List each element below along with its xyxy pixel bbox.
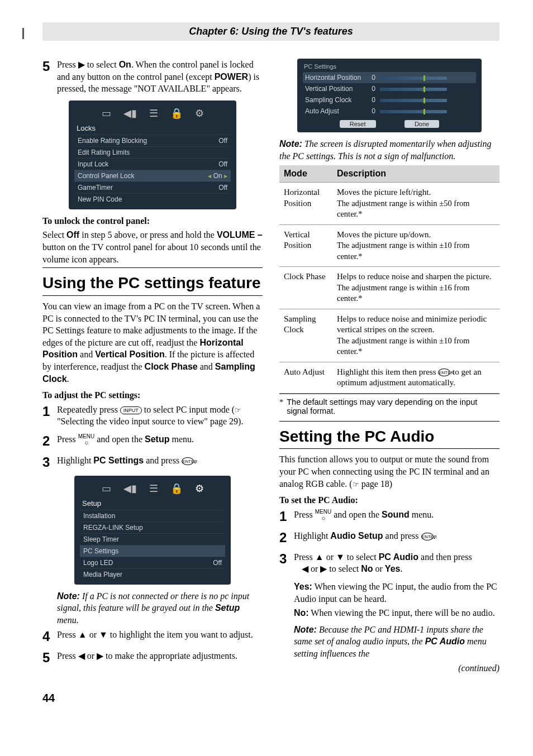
osd-title: PC Settings	[303, 63, 476, 72]
slider-icon	[380, 76, 447, 80]
note-label: Note:	[279, 139, 302, 149]
yes-desc: Yes: When viewing the PC input, the audi…	[294, 581, 499, 605]
text: or	[373, 564, 385, 573]
osd-label: Enable Rating Blocking	[78, 137, 147, 145]
text: When viewing the PC input, there will be…	[309, 608, 495, 618]
table-row: Auto Adjust Highlight this item then pre…	[279, 362, 499, 394]
table-header: Mode	[279, 165, 332, 183]
table-header-row: Mode Description	[279, 165, 499, 183]
enter-key-icon: ENTER	[421, 533, 434, 540]
speaker-icon: ◀▮	[123, 482, 137, 495]
text: Press	[57, 630, 78, 639]
label-power: POWER	[215, 72, 248, 82]
slider-icon	[380, 99, 447, 102]
text: and	[198, 362, 215, 371]
sliders-icon: ☰	[149, 107, 158, 119]
down-arrow-icon: ▼	[99, 630, 108, 639]
text: to select	[327, 564, 361, 573]
osd-row: Enable Rating BlockingOff	[74, 135, 231, 146]
text: and press	[144, 456, 182, 465]
table-row: Clock Phase Helps to reduce noise and sh…	[279, 267, 499, 309]
osd-value: 0	[367, 74, 375, 82]
text: Highlight	[57, 456, 93, 465]
osd-label: Sleep Timer	[83, 535, 119, 543]
mode-cell: Vertical Position	[279, 224, 332, 267]
step-number-5: 5	[42, 59, 55, 74]
osd-value: Off	[218, 137, 227, 145]
osd-label: Control Panel Lock	[78, 172, 134, 180]
osd-label: Edit Rating Limits	[78, 149, 130, 156]
adjust-heading: To adjust the PC settings:	[42, 389, 263, 401]
desc-cell: Moves the picture up/down.The adjustment…	[332, 224, 499, 267]
step-number: 5	[42, 650, 55, 666]
text: .	[194, 456, 196, 465]
text: and press	[383, 531, 421, 540]
no-desc: No: When viewing the PC input, there wil…	[294, 607, 499, 619]
desc-cell: Helps to reduce noise and minimize perio…	[332, 309, 499, 362]
picture-icon: ▭	[102, 107, 111, 119]
text: .	[434, 531, 436, 540]
osd-buttons: Reset Done	[303, 120, 476, 128]
osd-icon-row: ▭ ◀▮ ☰ 🔒 ⚙	[74, 105, 231, 123]
osd-label: Horizontal Position	[305, 74, 367, 82]
slider-icon	[380, 110, 447, 113]
right-column: PC Settings Horizontal Position0 Vertica…	[279, 56, 499, 676]
osd-row: Media Player	[80, 568, 225, 580]
osd-row: GameTimerOff	[74, 181, 231, 193]
label-volume-minus: VOLUME –	[217, 230, 263, 240]
osd-row: Sleep Timer	[80, 533, 225, 545]
step-5-top: 5 Press ▶ to select On. When the control…	[42, 59, 263, 95]
left-arrow-icon: ◀	[302, 564, 308, 573]
mode-cell: Horizontal Position	[279, 183, 332, 225]
osd-label: Media Player	[83, 571, 122, 578]
label-no: No:	[294, 608, 309, 618]
sliders-icon: ☰	[149, 482, 158, 495]
label-off: Off	[66, 230, 79, 240]
step-5: 5 Press ◀ or ▶ to make the appropriate a…	[42, 650, 263, 666]
text: to select PC input mode (	[142, 405, 235, 414]
step-2: 2 Press MENU○ and open the Setup menu.	[42, 433, 263, 449]
note-1: Note: If a PC is not connected or there …	[57, 590, 263, 626]
up-arrow-icon: ▲	[315, 552, 324, 562]
step-number: 1	[279, 509, 292, 524]
separator	[279, 448, 499, 449]
text: .	[67, 374, 69, 384]
desc-cell: Highlight this item then press ENTER to …	[332, 362, 499, 394]
step-1: 1 Repeatedly press INPUT to select PC in…	[42, 404, 263, 428]
text: menu.	[410, 510, 434, 519]
section-title-pc-audio: Setting the PC Audio	[279, 428, 499, 446]
speaker-icon: ◀▮	[123, 107, 137, 119]
text: and open the	[331, 510, 382, 519]
text: Press	[57, 60, 78, 69]
mode-cell: Auto Adjust	[279, 362, 332, 394]
desc-cell: Helps to reduce noise and sharpen the pi…	[332, 267, 499, 309]
done-button: Done	[404, 120, 439, 128]
menu-key-icon: MENU○	[315, 509, 331, 521]
text: menu.	[57, 615, 79, 625]
text: Press	[57, 651, 78, 661]
text: "Selecting the video input source to vie…	[57, 417, 243, 426]
right-arrow-icon: ▶	[320, 564, 327, 573]
label-pc-audio: PC Audio	[425, 637, 465, 646]
text: to select	[345, 552, 379, 562]
osd-row: New PIN Code	[74, 193, 231, 205]
text: or	[87, 630, 99, 639]
note-3: Note: Because the PC and HDMI-1 inputs s…	[294, 624, 499, 660]
step-number: 1	[42, 404, 55, 419]
label-clock-phase: Clock Phase	[145, 362, 198, 371]
step-number: 2	[279, 530, 292, 546]
osd-title: Locks	[74, 123, 231, 135]
osd-value: 0	[367, 96, 375, 104]
osd-row: Edit Rating Limits	[74, 146, 231, 158]
hand-pointer-icon: ☞	[353, 480, 359, 489]
text: .	[400, 564, 402, 573]
osd-setup: ▭ ◀▮ ☰ 🔒 ⚙ Setup Installation REGZA-LINK…	[74, 476, 231, 585]
desc-cell: Moves the picture left/right.The adjustm…	[332, 183, 499, 225]
table-header: Description	[332, 165, 499, 183]
step-4: 4 Press ▲ or ▼ to highlight the item you…	[42, 629, 263, 644]
label-no: No	[361, 564, 373, 573]
osd-label: Sampling Clock	[305, 96, 367, 104]
text: When viewing the PC input, the audio fro…	[294, 582, 497, 604]
label-setup: Setup	[215, 603, 240, 613]
label-audio-setup: Audio Setup	[330, 531, 383, 540]
